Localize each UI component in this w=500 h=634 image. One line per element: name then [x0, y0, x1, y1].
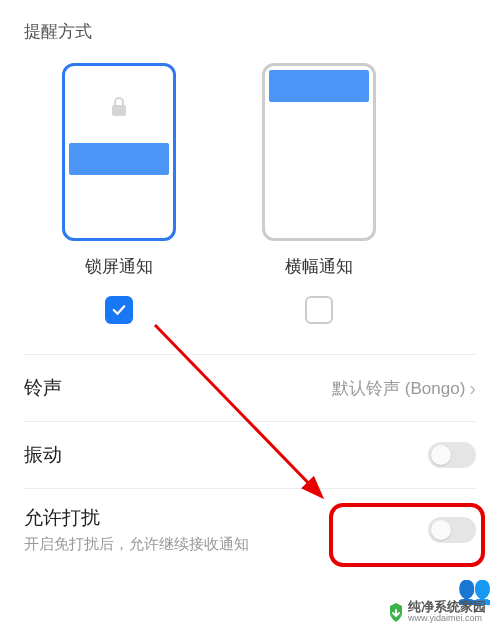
allow-disturb-toggle[interactable] — [428, 517, 476, 543]
allow-disturb-sublabel: 开启免打扰后，允许继续接收通知 — [24, 535, 249, 554]
ringtone-row[interactable]: 铃声 默认铃声 (Bongo) › — [24, 355, 476, 422]
chevron-right-icon: › — [469, 377, 476, 400]
watermark-logo-icon — [388, 603, 402, 621]
banner-label: 横幅通知 — [285, 255, 353, 278]
banner-bar — [269, 70, 369, 102]
watermark-cn: 纯净系统家园 — [408, 600, 486, 614]
banner-option[interactable]: 横幅通知 — [249, 63, 389, 324]
lock-screen-checkbox[interactable] — [105, 296, 133, 324]
banner-checkbox[interactable] — [305, 296, 333, 324]
lock-screen-label: 锁屏通知 — [85, 255, 153, 278]
banner-preview — [262, 63, 376, 241]
ringtone-label: 铃声 — [24, 375, 62, 401]
vibrate-toggle[interactable] — [428, 442, 476, 468]
allow-disturb-row: 允许打扰 开启免打扰后，允许继续接收通知 — [24, 489, 476, 574]
ringtone-value: 默认铃声 (Bongo) › — [332, 377, 476, 400]
watermark: 纯净系统家园 www.yidaimei.com — [388, 600, 486, 624]
allow-disturb-label: 允许打扰 — [24, 505, 249, 531]
vibrate-row: 振动 — [24, 422, 476, 489]
lock-screen-preview — [62, 63, 176, 241]
vibrate-label: 振动 — [24, 442, 62, 468]
section-title: 提醒方式 — [24, 20, 476, 43]
notification-bar — [69, 143, 169, 175]
notification-styles: 锁屏通知 横幅通知 — [24, 63, 476, 324]
lock-icon — [109, 96, 129, 122]
watermark-en: www.yidaimei.com — [408, 614, 486, 624]
check-icon — [110, 301, 128, 319]
svg-rect-0 — [112, 105, 126, 116]
lock-screen-option[interactable]: 锁屏通知 — [49, 63, 189, 324]
